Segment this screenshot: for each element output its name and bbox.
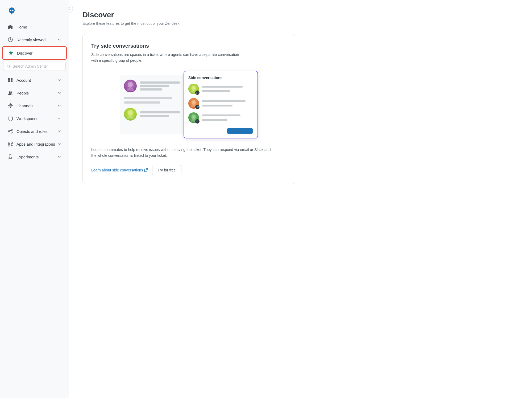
svg-rect-5 [11,78,13,80]
text-line [202,119,227,121]
external-link-icon [144,168,148,172]
sidebar-item-discover[interactable]: Discover [2,46,67,60]
channels-icon [7,103,13,109]
feature-card: Try side conversations Side conversation… [82,34,295,184]
sidebar-item-home[interactable]: Home [2,21,67,33]
svg-point-21 [192,86,196,91]
svg-point-8 [9,91,11,93]
svg-point-20 [127,116,134,119]
chevron-down-icon [57,78,61,82]
text-line [202,100,246,102]
star-icon [8,50,14,56]
sidebar-item-people[interactable]: People [2,87,67,99]
svg-rect-4 [8,78,10,80]
chevron-down-icon [57,38,61,42]
sidebar-item-channels-label: Channels [16,104,33,108]
svg-rect-6 [8,80,10,82]
avatar-purple [124,80,137,92]
text-line [202,90,230,92]
illustration-area: Side conversations [91,70,286,139]
svg-point-13 [11,132,13,133]
ticket-panel [120,75,189,134]
sidebar-item-experiments-label: Experiments [16,155,39,159]
chevron-down-icon [57,104,61,108]
text-line [202,114,240,116]
wrench-badge-icon [195,105,200,109]
svg-point-17 [128,82,133,88]
chevron-down-icon [57,129,61,133]
search-input[interactable] [13,64,62,68]
svg-rect-7 [11,80,13,82]
apps-icon [7,141,13,147]
main-content: Discover Explore these features to get t… [69,0,532,398]
text-line [202,86,243,88]
feature-bottom-description: Loop in teammates to help resolve issues… [91,147,272,159]
text-line [140,115,169,117]
feature-card-title: Try side conversations [91,43,286,49]
sidebar-item-home-label: Home [16,25,27,29]
clock-icon [7,37,13,43]
conv-avatar-2 [188,98,199,109]
headset-badge-icon [195,91,200,95]
sidebar-item-apps-integrations[interactable]: Apps and integrations [2,138,67,150]
chevron-down-icon [57,116,61,121]
svg-point-0 [10,10,11,11]
sidebar-item-account[interactable]: Account [2,74,67,86]
send-button[interactable] [227,128,253,134]
ticket-row-2 [124,108,185,121]
text-line [124,101,160,104]
svg-rect-10 [8,117,13,120]
sidebar-item-account-label: Account [16,78,31,83]
sidebar-navigation: Home Recently viewed Discover [0,20,69,398]
feature-actions: Learn about side conversations Try for f… [91,165,286,175]
sidebar: Home Recently viewed Discover [0,0,69,398]
conv-row-2 [188,98,253,109]
chevron-down-icon [57,142,61,146]
conv-avatar-1 [188,84,199,94]
ticket-row-1 [124,80,185,92]
text-line [140,88,162,91]
conv-avatar-3 [188,112,199,123]
headset-badge-2-icon [195,119,200,124]
search-icon [7,64,10,68]
content-wrapper: Discover Explore these features to get t… [69,0,309,195]
svg-rect-16 [8,145,10,146]
try-for-free-button[interactable]: Try for free [152,165,181,175]
sidebar-item-recently-viewed-label: Recently viewed [16,38,45,42]
sidebar-item-channels[interactable]: Channels [2,100,67,112]
sidebar-item-experiments[interactable]: Experiments [2,151,67,163]
text-line [140,85,169,87]
svg-point-12 [11,129,13,131]
sidebar-item-recently-viewed[interactable]: Recently viewed [2,34,67,46]
account-icon [7,77,13,83]
learn-link-text: Learn about side conversations [91,168,143,172]
svg-point-19 [128,110,133,116]
workspaces-icon [7,116,13,121]
sidebar-item-workspaces[interactable]: Workspaces [2,112,67,125]
search-container [3,62,66,71]
svg-rect-15 [11,142,13,143]
svg-point-25 [192,114,196,119]
people-icon [7,90,13,96]
objects-icon [7,128,13,134]
side-conversations-panel: Side conversations [184,71,258,138]
chevron-down-icon [57,155,61,159]
svg-point-9 [11,92,13,93]
text-line [140,81,180,84]
conv-row-3 [188,112,253,123]
svg-rect-14 [8,142,10,143]
sidebar-item-apps-integrations-label: Apps and integrations [16,142,55,146]
experiments-icon [7,154,13,160]
sidebar-item-objects-rules[interactable]: Objects and rules [2,125,67,137]
sidebar-item-people-label: People [16,91,29,95]
page-title: Discover [82,11,295,19]
text-line [140,111,180,113]
svg-point-18 [127,88,134,91]
conv-row-1 [188,84,253,94]
logo-area [0,0,69,20]
chevron-down-icon [57,91,61,95]
page-subtitle: Explore these features to get the most o… [82,21,295,26]
text-line [202,105,232,106]
svg-point-11 [9,131,10,132]
learn-link[interactable]: Learn about side conversations [91,168,148,172]
